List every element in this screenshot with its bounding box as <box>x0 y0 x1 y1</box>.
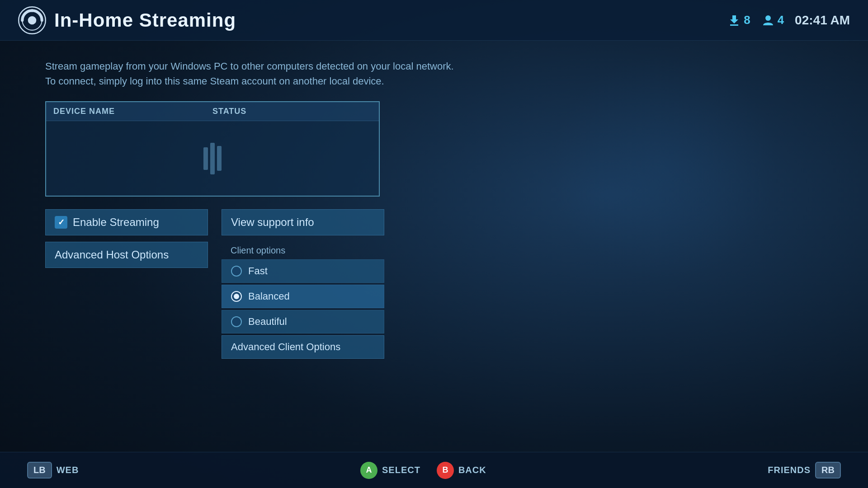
b-button-icon: B <box>437 462 454 479</box>
client-options-label: Client options <box>222 242 384 259</box>
friends-icon <box>761 14 775 27</box>
radio-beautiful-circle <box>231 316 242 327</box>
download-icon <box>727 14 741 27</box>
friends-count: 4 <box>778 13 784 27</box>
loading-bar-1 <box>203 147 208 170</box>
web-label: WEB <box>57 465 79 475</box>
friends-label: FRIENDS <box>768 465 811 475</box>
friends-count-group: 4 <box>761 13 784 27</box>
radio-balanced-label: Balanced <box>248 291 290 302</box>
table-body <box>46 121 379 196</box>
svg-rect-3 <box>730 24 738 26</box>
svg-point-2 <box>28 16 37 24</box>
steam-logo-icon <box>18 6 46 34</box>
main-content: Stream gameplay from your Windows PC to … <box>0 41 868 377</box>
back-button[interactable]: B BACK <box>437 462 486 479</box>
header-left: In-Home Streaming <box>18 6 236 34</box>
enable-streaming-checkbox <box>55 216 67 229</box>
a-button-label: A <box>366 465 372 475</box>
enable-streaming-label: Enable Streaming <box>73 216 159 229</box>
col-device-name: DEVICE NAME <box>53 107 212 116</box>
select-button[interactable]: A SELECT <box>360 462 420 479</box>
advanced-client-label: Advanced Client Options <box>231 341 340 353</box>
client-options-section: Client options Fast Balanced Beautiful <box>222 242 384 359</box>
page-title: In-Home Streaming <box>54 9 236 31</box>
download-count-group: 8 <box>727 13 750 27</box>
footer-friends-button[interactable]: FRIENDS RB <box>768 462 841 479</box>
view-support-label: View support info <box>231 216 314 229</box>
view-support-button[interactable]: View support info <box>222 209 384 235</box>
device-table: DEVICE NAME STATUS <box>45 101 380 197</box>
radio-beautiful-label: Beautiful <box>248 316 287 328</box>
footer: LB WEB A SELECT B BACK FRIENDS RB <box>0 452 868 488</box>
loading-bar-2 <box>210 143 215 174</box>
lb-key: LB <box>27 462 52 479</box>
header-right: 8 4 02:41 AM <box>727 13 850 28</box>
b-button-label: B <box>442 465 448 475</box>
right-column: View support info Client options Fast Ba… <box>222 209 384 359</box>
advanced-client-options-button[interactable]: Advanced Client Options <box>222 335 384 359</box>
loading-bar-3 <box>217 146 222 171</box>
advanced-host-options-button[interactable]: Advanced Host Options <box>45 242 208 268</box>
radio-balanced-circle <box>231 291 242 302</box>
radio-fast-label: Fast <box>248 265 268 277</box>
advanced-host-label: Advanced Host Options <box>55 249 169 261</box>
buttons-row: Enable Streaming Advanced Host Options V… <box>45 209 823 359</box>
time-display: 02:41 AM <box>795 13 850 28</box>
col-status: STATUS <box>212 107 372 116</box>
a-button-icon: A <box>360 462 377 479</box>
radio-fast[interactable]: Fast <box>222 259 384 283</box>
radio-beautiful[interactable]: Beautiful <box>222 310 384 333</box>
footer-web-button[interactable]: LB WEB <box>27 462 79 479</box>
radio-fast-circle <box>231 266 242 277</box>
description: Stream gameplay from your Windows PC to … <box>45 59 823 89</box>
svg-point-4 <box>765 15 771 21</box>
radio-balanced[interactable]: Balanced <box>222 285 384 308</box>
header: In-Home Streaming 8 4 02:41 AM <box>0 0 868 41</box>
rb-key: RB <box>815 462 841 479</box>
back-label: BACK <box>458 465 486 475</box>
table-header: DEVICE NAME STATUS <box>46 102 379 121</box>
loading-indicator <box>203 143 222 174</box>
page-wrapper: In-Home Streaming 8 4 02:41 AM Str <box>0 0 868 488</box>
select-label: SELECT <box>382 465 420 475</box>
left-column: Enable Streaming Advanced Host Options <box>45 209 208 268</box>
enable-streaming-button[interactable]: Enable Streaming <box>45 209 208 235</box>
download-count: 8 <box>744 13 750 27</box>
footer-center: A SELECT B BACK <box>360 462 486 479</box>
